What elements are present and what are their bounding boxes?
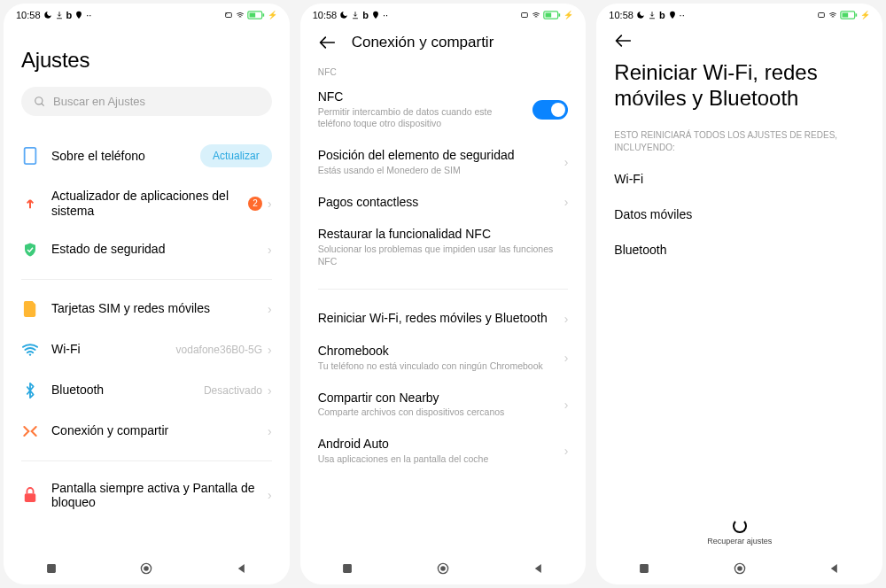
nav-home-icon[interactable] (734, 562, 746, 575)
row-system-updater[interactable]: Actualizador de aplicaciones del sistema… (21, 178, 272, 229)
status-time: 10:58 (313, 10, 338, 20)
svg-rect-14 (559, 13, 561, 16)
more-icon: ·· (680, 10, 685, 20)
battery-icon (247, 11, 265, 19)
nav-bar (4, 556, 290, 584)
svg-rect-8 (47, 564, 56, 573)
divider (318, 289, 569, 290)
section-header-nfc: NFC (318, 67, 569, 77)
row-label: Chromebook (318, 344, 556, 359)
phone-screen-settings: 10:58 b ·· ⚡ Ajustes Buscar en Ajustes S… (4, 4, 290, 584)
row-subtitle: Tu teléfono no está vinculado con ningún… (318, 360, 556, 373)
nfc-toggle[interactable] (532, 100, 568, 120)
chevron-right-icon: › (268, 488, 272, 502)
header-title: Conexión y compartir (352, 34, 494, 51)
nav-bar (300, 556, 587, 584)
chevron-right-icon: › (564, 444, 569, 458)
svg-point-6 (29, 353, 31, 355)
row-nfc[interactable]: NFC Permitir intercambio de datos cuando… (318, 81, 569, 139)
location-icon (668, 11, 677, 19)
nav-back-icon[interactable] (236, 562, 248, 575)
download-icon (55, 11, 64, 19)
svg-rect-15 (344, 564, 353, 573)
nav-bar (596, 556, 882, 584)
svg-point-4 (35, 97, 43, 104)
row-chromebook[interactable]: Chromebook Tu teléfono no está vinculado… (318, 335, 569, 381)
svg-rect-7 (25, 494, 35, 503)
phone-icon (23, 147, 37, 165)
back-arrow-icon[interactable] (614, 34, 632, 48)
nav-back-icon[interactable] (828, 562, 841, 575)
row-lockscreen[interactable]: Pantalla siempre activa y Pantalla de bl… (21, 470, 272, 522)
row-label: Android Auto (318, 437, 556, 452)
update-pill[interactable]: Actualizar (200, 144, 272, 167)
row-label: Posición del elemento de seguridad (318, 148, 556, 163)
nav-recent-icon[interactable] (341, 562, 354, 575)
phone-screen-reset: 10:58 b ·· ⚡ Reiniciar Wi-Fi, redes móvi… (596, 4, 882, 584)
notification-badge: 2 (248, 197, 262, 211)
row-contactless[interactable]: Pagos contactless › (318, 186, 569, 219)
wifi-icon (236, 11, 245, 19)
nav-home-icon[interactable] (140, 562, 152, 575)
row-label: Restaurar la funcionalidad NFC (318, 227, 569, 242)
row-wifi[interactable]: Wi-Fi vodafone36B0-5G › (21, 329, 272, 370)
row-connection-sharing[interactable]: Conexión y compartir › (21, 411, 272, 452)
status-bar: 10:58 b ·· ⚡ (4, 4, 290, 23)
letter-b-icon: b (362, 10, 369, 20)
search-icon (34, 96, 46, 108)
row-label: Estado de seguridad (51, 242, 255, 257)
reset-button[interactable]: Recuperar ajustes (596, 519, 882, 545)
page-subtitle: ESTO REINICIARÁ TODOS LOS AJUSTES DE RED… (614, 129, 865, 154)
svg-rect-5 (25, 148, 36, 164)
chevron-right-icon: › (268, 197, 272, 211)
chevron-right-icon: › (564, 195, 569, 209)
nav-recent-icon[interactable] (638, 562, 650, 575)
bluetooth-icon (24, 382, 36, 399)
row-label: Pagos contactless (318, 195, 556, 210)
row-label: Conexión y compartir (51, 423, 255, 438)
reset-item-bluetooth: Bluetooth (614, 232, 865, 267)
chevron-right-icon: › (564, 398, 569, 412)
download-icon (351, 11, 360, 19)
row-nearby-share[interactable]: Compartir con Nearby Comparte archivos c… (318, 382, 569, 428)
sim-icon (224, 11, 233, 19)
upload-icon (23, 197, 37, 211)
row-restore-nfc[interactable]: Restaurar la funcionalidad NFC Soluciona… (318, 218, 569, 276)
download-icon (648, 11, 657, 19)
status-bar: 10:58 b ·· ⚡ (596, 4, 882, 23)
more-icon: ·· (383, 10, 388, 20)
row-label: Sobre el teléfono (51, 149, 188, 164)
row-label: Reiniciar Wi-Fi, redes móviles y Bluetoo… (318, 311, 556, 326)
chevron-right-icon: › (268, 424, 272, 438)
row-security-element[interactable]: Posición del elemento de seguridad Estás… (318, 139, 569, 185)
back-arrow-icon[interactable] (318, 35, 336, 50)
svg-point-17 (440, 566, 446, 571)
svg-rect-3 (262, 13, 264, 16)
search-input[interactable]: Buscar en Ajustes (21, 87, 272, 116)
letter-b-icon: b (659, 10, 665, 20)
shield-icon (22, 241, 38, 259)
row-bluetooth[interactable]: Bluetooth Desactivado › (21, 370, 272, 411)
row-android-auto[interactable]: Android Auto Usa aplicaciones en la pant… (318, 428, 569, 474)
row-sim[interactable]: Tarjetas SIM y redes móviles › (21, 289, 272, 329)
page-title: Reiniciar Wi-Fi, redes móviles y Bluetoo… (614, 60, 865, 112)
row-security-status[interactable]: Estado de seguridad › (21, 229, 272, 270)
reset-button-label: Recuperar ajustes (707, 537, 772, 545)
nav-back-icon[interactable] (532, 562, 545, 575)
location-icon (371, 11, 380, 19)
row-subtitle: Permitir intercambio de datos cuando est… (318, 106, 525, 130)
row-about-phone[interactable]: Sobre el teléfono Actualizar (21, 134, 272, 178)
row-label: Pantalla siempre activa y Pantalla de bl… (51, 481, 255, 511)
sim-icon (817, 11, 826, 19)
chevron-right-icon: › (268, 302, 272, 316)
row-subtitle: Estás usando el Monedero de SIM (318, 165, 556, 177)
svg-rect-2 (249, 13, 255, 18)
moon-icon (339, 11, 348, 19)
sim-card-icon (23, 300, 37, 318)
letter-b-icon: b (66, 10, 73, 20)
wifi-icon (532, 11, 540, 19)
nav-home-icon[interactable] (437, 562, 449, 575)
nav-recent-icon[interactable] (45, 562, 58, 575)
row-reset-networks[interactable]: Reiniciar Wi-Fi, redes móviles y Bluetoo… (318, 302, 569, 335)
svg-rect-13 (546, 13, 552, 18)
